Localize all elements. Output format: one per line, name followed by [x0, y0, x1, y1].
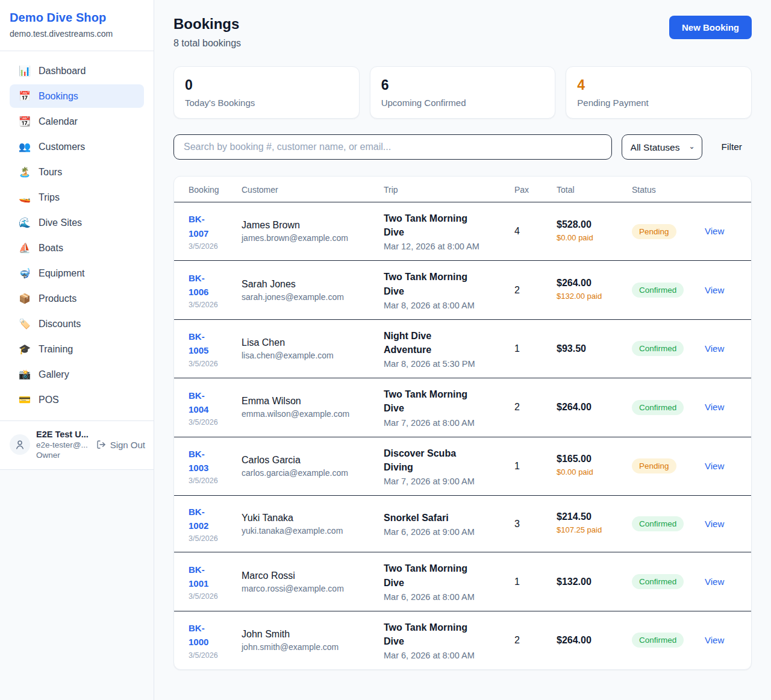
stat-label: Today's Bookings — [185, 98, 348, 108]
sidebar-item-boats[interactable]: ⛵ Boats — [10, 236, 144, 260]
stats-cards: 0Today's Bookings6Upcoming Confirmed4Pen… — [173, 66, 752, 119]
user-section: E2E Test U... e2e-tester@... Owner Sign … — [0, 420, 154, 469]
booking-id-link[interactable]: BK-1007 — [189, 212, 223, 240]
view-link[interactable]: View — [705, 285, 724, 295]
table-row: BK-1006 3/5/2026 Sarah Jones sarah.jones… — [174, 261, 752, 319]
customer-name: Sarah Jones — [242, 279, 379, 290]
customer-email: lisa.chen@example.com — [242, 351, 379, 360]
view-link[interactable]: View — [705, 461, 724, 471]
booking-id-link[interactable]: BK-1006 — [189, 271, 223, 299]
view-link[interactable]: View — [705, 402, 724, 412]
column-header-status: Status — [632, 177, 705, 202]
search-input[interactable] — [173, 134, 612, 160]
sidebar-item-tours[interactable]: 🏝️ Tours — [10, 160, 144, 184]
trip-datetime: Mar 6, 2026 at 9:00 AM — [384, 527, 510, 537]
pax-count: 4 — [514, 226, 520, 236]
table-row: BK-1007 3/5/2026 James Brown james.brown… — [174, 202, 752, 261]
customer-name: Emma Wilson — [242, 396, 379, 407]
pax-count: 2 — [514, 285, 520, 295]
pax-count: 2 — [514, 635, 520, 645]
total-amount: $264.00 — [557, 278, 627, 289]
total-amount: $264.00 — [557, 635, 627, 646]
booking-id-link[interactable]: BK-1002 — [189, 505, 223, 533]
sidebar-item-discounts[interactable]: 🏷️ Discounts — [10, 312, 144, 336]
sidebar-item-calendar[interactable]: 📆 Calendar — [10, 110, 144, 133]
view-link[interactable]: View — [705, 577, 724, 587]
sidebar-item-equipment[interactable]: 🤿 Equipment — [10, 261, 144, 285]
pax-count: 1 — [514, 577, 520, 587]
paid-amount: $0.00 paid — [557, 467, 608, 478]
stat-label: Upcoming Confirmed — [381, 98, 545, 108]
view-link[interactable]: View — [705, 635, 724, 645]
sidebar-item-dive-sites[interactable]: 🌊 Dive Sites — [10, 211, 144, 234]
customer-name: James Brown — [242, 220, 379, 231]
sidebar-item-trips[interactable]: 🚤 Trips — [10, 186, 144, 209]
column-header-booking: Booking — [174, 177, 242, 202]
customer-email: john.smith@example.com — [242, 642, 379, 652]
sidebar: Demo Dive Shop demo.test.divestreams.com… — [0, 0, 154, 700]
table-row: BK-1000 3/5/2026 John Smith john.smith@e… — [174, 611, 752, 669]
total-amount: $528.00 — [557, 219, 627, 230]
sidebar-item-pos[interactable]: 💳 POS — [10, 388, 144, 411]
sign-out-button[interactable]: Sign Out — [96, 440, 145, 450]
view-link[interactable]: View — [705, 343, 724, 354]
booking-id-link[interactable]: BK-1003 — [189, 447, 223, 475]
view-link[interactable]: View — [705, 519, 724, 529]
package-icon: 📦 — [19, 293, 31, 304]
pax-count: 1 — [514, 461, 520, 471]
logout-icon — [96, 440, 106, 449]
users-icon: 👥 — [19, 141, 31, 152]
calendar-icon: 📅 — [19, 90, 31, 102]
pax-count: 2 — [514, 402, 520, 412]
status-badge: Confirmed — [632, 574, 684, 589]
trip-datetime: Mar 7, 2026 at 9:00 AM — [384, 477, 510, 486]
table-row: BK-1003 3/5/2026 Carlos Garcia carlos.ga… — [174, 437, 752, 495]
booking-created-date: 3/5/2026 — [189, 477, 237, 485]
stat-card-today-s-bookings: 0Today's Bookings — [173, 66, 360, 119]
booking-id-link[interactable]: BK-1000 — [189, 621, 223, 649]
new-booking-button[interactable]: New Booking — [669, 16, 752, 39]
total-bookings-count: 8 total bookings — [173, 38, 241, 49]
view-link[interactable]: View — [705, 226, 724, 236]
trip-name: Two Tank Morning Dive — [384, 387, 481, 415]
sidebar-item-gallery[interactable]: 📸 Gallery — [10, 363, 144, 386]
status-badge: Confirmed — [632, 400, 684, 415]
booking-id-link[interactable]: BK-1005 — [189, 330, 223, 358]
status-badge: Confirmed — [632, 516, 684, 531]
sidebar-item-dashboard[interactable]: 📊 Dashboard — [10, 59, 144, 83]
column-header-customer: Customer — [242, 177, 384, 202]
trip-datetime: Mar 8, 2026 at 8:00 AM — [384, 301, 510, 310]
camera-flash-icon: 📸 — [19, 369, 31, 380]
customer-name: Lisa Chen — [242, 337, 379, 348]
table-row: BK-1004 3/5/2026 Emma Wilson emma.wilson… — [174, 378, 752, 437]
column-header-actions — [705, 177, 752, 202]
booking-id-link[interactable]: BK-1001 — [189, 563, 223, 591]
user-email: e2e-tester@... — [36, 440, 89, 449]
booking-created-date: 3/5/2026 — [189, 301, 237, 309]
filter-button[interactable]: Filter — [712, 142, 752, 152]
status-badge: Confirmed — [632, 341, 684, 356]
trip-datetime: Mar 8, 2026 at 5:30 PM — [384, 359, 510, 369]
trip-name: Two Tank Morning Dive — [384, 620, 481, 648]
customer-email: yuki.tanaka@example.com — [242, 526, 379, 536]
shop-domain: demo.test.divestreams.com — [10, 29, 144, 39]
booking-created-date: 3/5/2026 — [189, 534, 237, 543]
booking-id-link[interactable]: BK-1004 — [189, 389, 223, 417]
sidebar-item-customers[interactable]: 👥 Customers — [10, 135, 144, 158]
customer-email: emma.wilson@example.com — [242, 409, 379, 419]
customer-email: james.brown@example.com — [242, 233, 379, 243]
trip-datetime: Mar 6, 2026 at 8:00 AM — [384, 592, 510, 602]
customer-email: marco.rossi@example.com — [242, 584, 379, 593]
customer-email: carlos.garcia@example.com — [242, 468, 379, 478]
column-header-total: Total — [557, 177, 632, 202]
status-filter-select[interactable]: All Statuses — [622, 134, 702, 160]
sidebar-item-products[interactable]: 📦 Products — [10, 287, 144, 310]
credit-card-icon: 💳 — [19, 394, 31, 405]
diving-mask-icon: 🤿 — [19, 267, 31, 279]
booking-created-date: 3/5/2026 — [189, 418, 237, 427]
sidebar-item-bookings[interactable]: 📅 Bookings — [10, 84, 144, 108]
paid-amount: $107.25 paid — [557, 525, 608, 536]
user-name: E2E Test U... — [36, 430, 89, 439]
sidebar-item-training[interactable]: 🎓 Training — [10, 337, 144, 361]
trip-name: Discover Scuba Diving — [384, 446, 481, 474]
